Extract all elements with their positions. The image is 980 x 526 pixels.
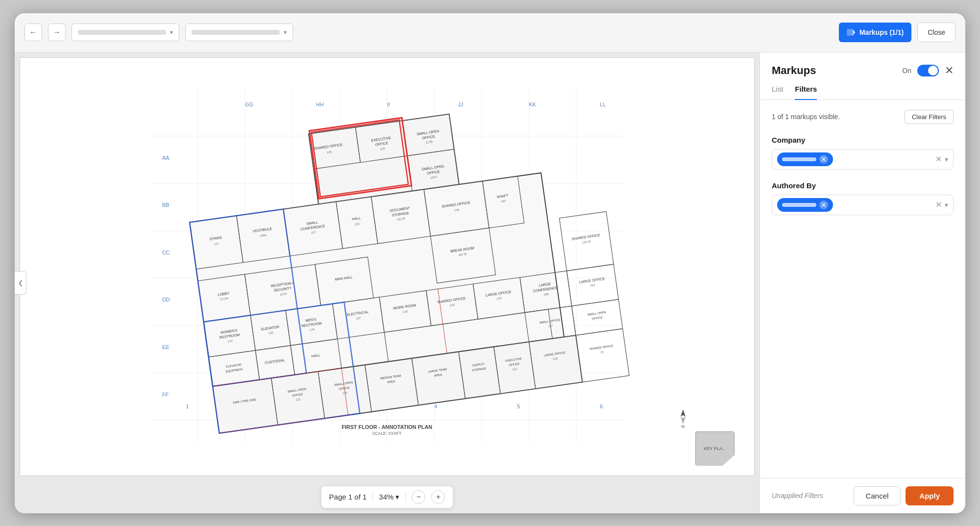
- svg-text:23: 23: [600, 351, 604, 354]
- visibility-row: 1 of 1 markups visible. Clear Filters: [772, 110, 954, 124]
- svg-text:II: II: [387, 102, 390, 108]
- panel-close-button[interactable]: ✕: [945, 65, 954, 76]
- company-filter-label: Company: [772, 136, 954, 144]
- zoom-divider: [372, 492, 373, 502]
- footer-buttons: Cancel Apply: [854, 486, 954, 505]
- svg-text:5: 5: [517, 403, 520, 409]
- authored-by-chevron-icon[interactable]: ▾: [945, 201, 948, 209]
- floor-plan-container: AA BB CC DD EE FF GG HH II JJ KK LL: [20, 58, 754, 476]
- svg-text:FF: FF: [162, 392, 169, 398]
- svg-text:LL: LL: [600, 102, 606, 108]
- right-panel: Markups On ✕ List Filters 1 of 1 markup: [760, 52, 965, 513]
- markups-icon: [847, 29, 856, 36]
- floor-plan-view[interactable]: AA BB CC DD EE FF GG HH II JJ KK LL: [20, 57, 755, 476]
- authored-by-filter-right: ✕ ▾: [935, 201, 948, 209]
- svg-text:FIRST FLOOR - ANNOTATION PLAN: FIRST FLOOR - ANNOTATION PLAN: [342, 424, 432, 430]
- top-bar: ← → ▾ ▾ Markups (1/1) Close: [15, 13, 965, 52]
- panel-footer: Unapplied Filters Cancel Apply: [760, 478, 965, 513]
- zoom-arrow-icon: ▾: [395, 493, 399, 501]
- toggle-knob: [928, 66, 938, 75]
- authored-by-chip-remove-icon[interactable]: ✕: [819, 200, 828, 209]
- svg-text:6: 6: [600, 403, 603, 409]
- tab-list[interactable]: List: [772, 85, 783, 100]
- bottom-toolbar: Page 1 of 1 34% ▾ − +: [15, 481, 760, 513]
- svg-text:AA: AA: [162, 155, 170, 161]
- key-plan-label: KEY PLA...: [704, 446, 726, 451]
- zoom-in-button[interactable]: +: [431, 490, 445, 504]
- markups-button[interactable]: Markups (1/1): [839, 23, 911, 42]
- clear-filters-button[interactable]: Clear Filters: [905, 110, 954, 124]
- svg-text:EE: EE: [162, 344, 170, 350]
- collapse-icon: ❮: [18, 279, 23, 286]
- dropdown-1-arrow: ▾: [170, 29, 173, 36]
- forward-button[interactable]: →: [48, 24, 66, 41]
- main-area: ❮: [15, 52, 965, 513]
- page-controls: Page 1 of 1 34% ▾ − +: [321, 486, 454, 508]
- panel-header-right: On ✕: [902, 65, 954, 76]
- svg-text:1: 1: [186, 403, 189, 409]
- company-chevron-icon[interactable]: ▾: [945, 155, 948, 163]
- svg-text:CC: CC: [162, 250, 170, 255]
- tab-filters[interactable]: Filters: [795, 85, 817, 100]
- company-chip-bar: [782, 157, 816, 161]
- back-button[interactable]: ←: [24, 24, 42, 41]
- authored-by-chip-bar: [782, 203, 816, 207]
- zoom-divider-2: [405, 492, 406, 502]
- panel-title: Markups: [772, 64, 816, 77]
- svg-text:GG: GG: [245, 102, 253, 108]
- company-chip-remove-icon[interactable]: ✕: [819, 155, 828, 164]
- zoom-select[interactable]: 34% ▾: [379, 493, 399, 501]
- zoom-level: 34%: [379, 493, 393, 501]
- authored-by-filter-label: Authored By: [772, 181, 954, 190]
- svg-text:DD: DD: [162, 297, 170, 303]
- dropdown-2-bar: [192, 30, 280, 35]
- company-filter-right: ✕ ▾: [935, 155, 948, 163]
- page-label: Page 1 of 1: [329, 493, 367, 501]
- dropdown-2-arrow: ▾: [284, 29, 287, 36]
- north-arrow: N: [676, 409, 690, 429]
- panel-body: 1 of 1 markups visible. Clear Filters Co…: [760, 100, 965, 478]
- visibility-text: 1 of 1 markups visible.: [772, 113, 840, 121]
- authored-by-filter-section: Authored By ✕ ✕ ▾: [772, 181, 954, 215]
- svg-text:SCALE: XXXFT: SCALE: XXXFT: [372, 431, 402, 436]
- floor-plan-svg: AA BB CC DD EE FF GG HH II JJ KK LL: [75, 89, 699, 444]
- dropdown-1[interactable]: ▾: [72, 24, 179, 41]
- company-filter-select[interactable]: ✕ ✕ ▾: [772, 149, 954, 170]
- markups-label: Markups (1/1): [859, 28, 904, 36]
- key-plan: KEY PLA...: [695, 431, 735, 466]
- cancel-button[interactable]: Cancel: [854, 486, 901, 505]
- svg-text:KK: KK: [529, 102, 537, 108]
- toggle-label: On: [902, 67, 911, 75]
- viewer-area: ❮: [15, 52, 760, 513]
- authored-by-filter-select[interactable]: ✕ ✕ ▾: [772, 195, 954, 215]
- svg-rect-0: [847, 29, 854, 36]
- close-button[interactable]: Close: [917, 23, 956, 42]
- svg-marker-175: [681, 409, 686, 417]
- svg-marker-176: [681, 417, 686, 424]
- toggle-switch[interactable]: [917, 65, 939, 76]
- dropdown-2[interactable]: ▾: [185, 24, 293, 41]
- dropdown-1-bar: [78, 30, 166, 35]
- authored-by-filter-chip[interactable]: ✕: [777, 198, 833, 212]
- svg-text:HH: HH: [316, 102, 324, 108]
- svg-text:BB: BB: [162, 202, 170, 208]
- authored-by-clear-icon[interactable]: ✕: [935, 201, 942, 209]
- zoom-out-button[interactable]: −: [412, 490, 425, 504]
- svg-text:JJ: JJ: [458, 102, 464, 108]
- apply-button[interactable]: Apply: [906, 486, 954, 505]
- company-filter-section: Company ✕ ✕ ▾: [772, 136, 954, 170]
- panel-tabs: List Filters: [760, 77, 965, 100]
- panel-header: Markups On ✕: [760, 52, 965, 77]
- unapplied-filters-text: Unapplied Filters: [772, 492, 823, 500]
- svg-text:4: 4: [435, 403, 438, 409]
- company-clear-icon[interactable]: ✕: [935, 155, 942, 163]
- collapse-handle[interactable]: ❮: [15, 271, 26, 295]
- company-filter-chip[interactable]: ✕: [777, 152, 833, 166]
